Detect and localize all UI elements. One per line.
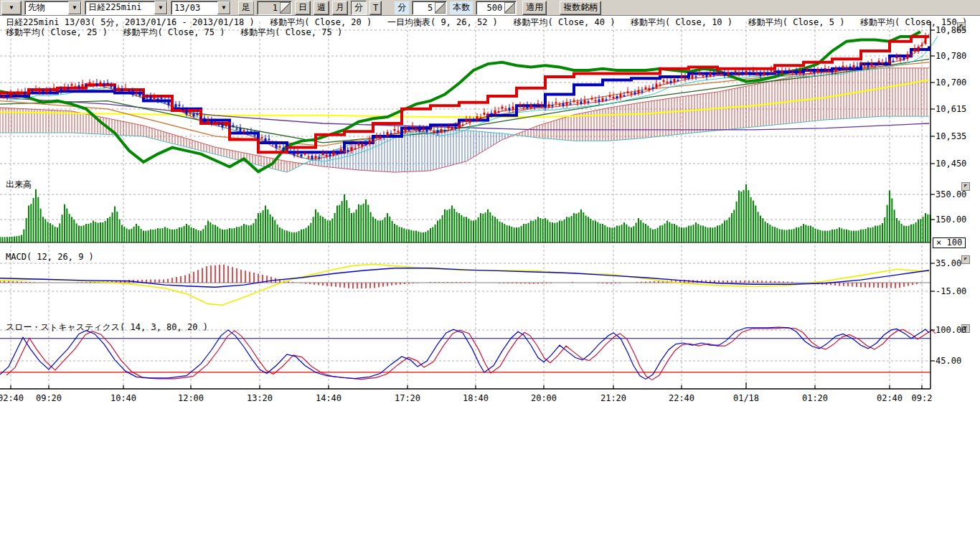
bar-interval-value: 1	[258, 3, 279, 13]
minute-label: 分	[395, 1, 409, 14]
legend-line-1: 日経225mini 13/03( 5分, 2013/01/16 - 2013/0…	[6, 17, 967, 27]
multi-symbol-button[interactable]: 複数銘柄	[560, 1, 601, 15]
spinner-icon[interactable]	[280, 2, 291, 14]
legend-line-2: 移動平均( Close, 25 ) 移動平均( Close, 75 ) 移動平均…	[6, 27, 342, 37]
chevron-down-icon[interactable]: ▼	[154, 1, 167, 14]
time-axis-tick-label: 13:20	[247, 393, 273, 403]
symbol-select[interactable]: 日経225mini ▼	[85, 1, 168, 15]
stoch-pane-label: スロー・ストキャスティクス( 14, 3, 80, 20 )	[6, 322, 208, 332]
price-axis-tick-label: 10,780	[936, 51, 966, 61]
bar-count-spinner[interactable]: 500	[476, 1, 517, 15]
minute-value: 5	[413, 3, 434, 13]
timeframe-minute-button[interactable]: 分	[351, 1, 367, 15]
time-axis-tick-label: 09:20	[36, 393, 62, 403]
macd-axis-tick-label: 35.00	[936, 258, 961, 268]
time-axis-tick-label: 02:40	[877, 393, 903, 403]
time-axis-tick-label: 01/18	[733, 393, 759, 403]
contract-month-select[interactable]: 13/03 ▼	[171, 1, 231, 15]
price-axis-tick-label: 10,615	[936, 104, 966, 114]
chevron-down-icon: ▼	[10, 4, 14, 11]
time-axis-tick-label: 21:20	[600, 393, 626, 403]
volume-axis-tick-label: 150.00	[936, 215, 966, 225]
time-axis-tick-label: 09:2	[912, 393, 933, 403]
stoch-axis-tick-label: 100.00	[936, 325, 966, 335]
macd-pane-label: MACD( 12, 26, 9 )	[6, 252, 94, 262]
stoch-axis-tick-label: 45.00	[936, 356, 961, 366]
macd-axis-tick-label: -15.00	[936, 286, 966, 296]
time-axis-tick-label: 18:40	[463, 393, 489, 403]
price-axis-tick-label: 10,450	[936, 159, 966, 169]
time-axis-tick-label: 14:40	[316, 393, 341, 403]
timeframe-month-button[interactable]: 月	[332, 1, 348, 15]
chevron-down-icon[interactable]: ▼	[217, 1, 230, 14]
time-axis-tick-label: 10:40	[110, 393, 136, 403]
price-axis-tick-label: 10,700	[936, 77, 966, 88]
spinner-icon[interactable]	[435, 2, 446, 14]
timeframe-tick-button[interactable]: T	[369, 1, 382, 15]
volume-pane-label: 出来高	[6, 179, 32, 189]
category-select[interactable]: 先物 ▼	[24, 1, 82, 15]
price-axis-tick-label: 10,865	[936, 25, 966, 35]
symbol-value: 日経225mini	[85, 1, 145, 14]
contract-value: 13/03	[171, 3, 203, 13]
bar-type-label: 足	[238, 1, 254, 15]
time-axis-tick-label: 12:00	[178, 393, 204, 403]
price-axis-tick-label: 10,535	[936, 131, 966, 141]
volume-multiplier-badge: × 100	[933, 237, 966, 248]
bar-count-label: 本数	[450, 1, 473, 14]
bar-interval-spinner[interactable]: 1	[257, 1, 292, 15]
apply-button[interactable]: 適用	[522, 1, 547, 15]
pane-expand-icon[interactable]: ◤	[961, 255, 970, 264]
time-axis-tick-label: 20:00	[531, 393, 557, 403]
category-value: 先物	[25, 1, 48, 14]
chevron-down-icon[interactable]: ▼	[68, 1, 81, 14]
timeframe-day-button[interactable]: 日	[295, 1, 311, 15]
bar-count-value: 500	[476, 3, 504, 13]
time-axis-tick-label: 01:20	[802, 393, 828, 403]
volume-axis-tick-label: 350.00	[936, 189, 966, 199]
time-axis-tick-label: 02:40	[0, 393, 24, 403]
chart-canvas[interactable]	[0, 0, 980, 413]
toolbar: ▼ 先物 ▼ 日経225mini ▼ 13/03 ▼ 足 1 日 週 月 分 T…	[0, 0, 980, 16]
minute-spinner[interactable]: 5	[412, 1, 447, 15]
trading-app-window: ▼ 先物 ▼ 日経225mini ▼ 13/03 ▼ 足 1 日 週 月 分 T…	[0, 0, 980, 551]
corner-dropdown-button[interactable]: ▼	[1, 1, 22, 15]
timeframe-week-button[interactable]: 週	[314, 1, 329, 15]
time-axis-tick-label: 17:20	[395, 393, 420, 403]
spinner-icon[interactable]	[504, 2, 515, 14]
time-axis-tick-label: 22:40	[669, 393, 694, 403]
